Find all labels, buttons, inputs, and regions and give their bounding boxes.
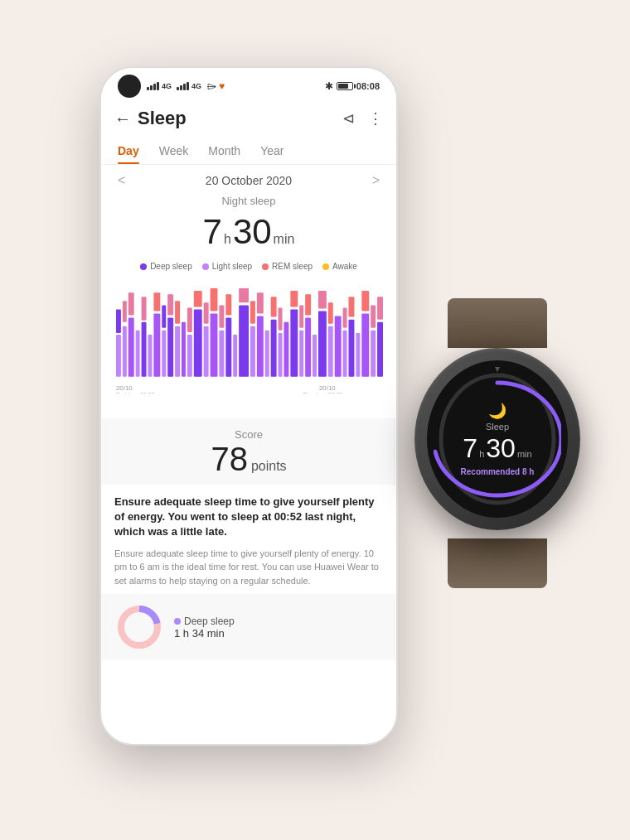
svg-rect-15 [167,318,173,377]
svg-rect-36 [250,301,255,323]
back-button[interactable]: ← [114,109,131,128]
health-icon: ♥ [219,80,225,92]
svg-rect-65 [371,305,376,327]
more-icon[interactable]: ⋮ [368,109,383,128]
svg-rect-26 [211,314,218,377]
svg-rect-27 [211,288,218,311]
svg-rect-43 [279,307,283,330]
svg-rect-61 [356,333,360,377]
svg-rect-38 [257,292,264,313]
stage-info: Deep sleep 1 h 34 min [174,616,235,640]
svg-rect-44 [284,322,288,377]
svg-rect-67 [377,297,383,319]
sleep-hours-unit: h [224,232,231,247]
svg-rect-19 [182,322,186,377]
svg-rect-51 [313,335,317,377]
stage-time: 1 h 34 min [174,627,235,640]
legend-deep-sleep: Deep sleep [140,262,192,271]
score-section: Score 78 points [101,418,396,485]
svg-rect-63 [361,291,369,311]
signal-label-2: 4G [191,82,201,90]
battery-icon [337,82,353,90]
svg-rect-66 [377,322,383,377]
watch-hours: 7 [463,433,477,464]
svg-rect-9 [142,297,147,320]
svg-rect-1 [116,335,121,377]
svg-rect-23 [194,291,202,307]
watch-screen: 🌙 Sleep 7 h 30 min Recommended 8 h [427,360,568,518]
status-bar: 4G 4G ⌲ ♥ ✱ 08:08 [101,68,396,101]
svg-rect-34 [239,288,249,302]
sleep-mins: 30 [233,212,272,252]
watch-mockup: 🌙 Sleep 7 h 30 min Recommended 8 h [398,331,597,555]
svg-rect-31 [225,294,231,315]
watch-hours-unit: h [479,449,484,459]
svg-text:Bed time 00:52: Bed time 00:52 [116,392,155,393]
score-number: 78 [211,441,248,478]
watch-time-display: 7 h 30 min [463,433,531,464]
svg-rect-37 [257,316,264,377]
svg-text:20/10: 20/10 [116,384,133,392]
svg-rect-60 [349,297,355,316]
legend-light-sleep: Light sleep [202,262,252,271]
watch-content: 🌙 Sleep 7 h 30 min Recommended 8 h [461,402,535,476]
watch-mins: 30 [486,433,516,464]
current-date: 20 October 2020 [206,174,292,187]
svg-rect-25 [204,302,209,323]
bluetooth-icon: ✱ [325,80,333,92]
svg-rect-8 [142,322,147,377]
watch-body: 🌙 Sleep 7 h 30 min Recommended 8 h [414,348,580,530]
wifi-icon: ⌲ [206,80,216,92]
watch-mins-unit: min [517,449,532,459]
sleep-hours: 7 [203,212,222,252]
svg-rect-46 [290,291,298,307]
svg-rect-57 [343,331,347,377]
svg-rect-12 [153,292,160,311]
svg-text:Rise time 08:00: Rise time 08:00 [303,392,342,393]
summary-section: Ensure adequate sleep time to give yours… [101,485,396,594]
date-nav: < 20 October 2020 > [101,165,396,191]
score-label: Score [101,428,396,441]
svg-rect-11 [153,314,160,377]
tab-day[interactable]: Day [118,139,139,164]
legend-awake: Awake [322,262,357,271]
svg-rect-56 [335,316,342,377]
sleep-icon: 🌙 [488,402,506,420]
svg-rect-59 [349,320,355,377]
svg-rect-54 [328,326,333,377]
next-date-button[interactable]: > [372,173,380,188]
svg-rect-13 [162,331,166,377]
legend-rem-sleep: REM sleep [262,262,313,271]
awake-dot [322,263,329,270]
signal-icon-2 [177,82,189,90]
svg-rect-3 [123,326,127,377]
summary-detail-text: Ensure adequate sleep time to give yours… [114,547,383,588]
svg-rect-33 [239,305,249,376]
svg-rect-49 [305,318,311,377]
app-header: ← Sleep ⊲ ⋮ [101,101,396,139]
stage-name: Deep sleep [174,616,235,627]
watch-recommended-value: 8 h [522,467,534,476]
svg-rect-40 [271,320,277,377]
light-sleep-dot [202,263,209,270]
sleep-mins-unit: min [274,232,295,247]
svg-rect-48 [299,305,303,327]
sleep-duration: 7 h 30 min [101,209,396,258]
svg-rect-14 [162,305,166,327]
svg-rect-39 [265,331,269,377]
prev-date-button[interactable]: < [118,173,125,188]
signal-label: 4G [162,82,172,90]
phone-mockup: 4G 4G ⌲ ♥ ✱ 08:08 [99,66,398,746]
svg-rect-45 [290,309,298,376]
score-unit: points [251,459,287,474]
sleep-chart-svg: 20/10 Bed time 00:52 20/10 Rise time 08:… [114,284,383,393]
tab-week[interactable]: Week [159,139,189,164]
tab-month[interactable]: Month [208,139,240,164]
svg-rect-20 [187,335,192,377]
svg-rect-7 [136,331,140,377]
svg-rect-29 [219,305,224,327]
svg-rect-6 [128,292,134,315]
tab-year[interactable]: Year [260,139,284,164]
share-icon[interactable]: ⊲ [342,109,355,128]
svg-rect-17 [175,326,180,377]
